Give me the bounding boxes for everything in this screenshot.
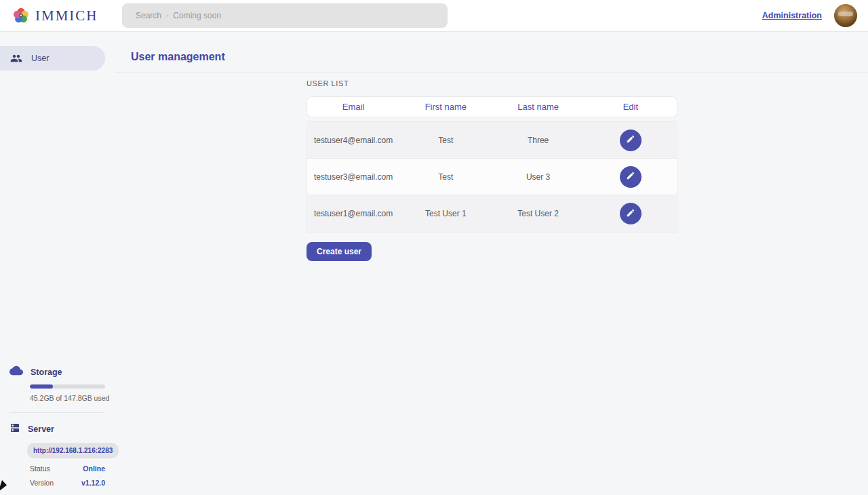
users-icon [10,52,22,64]
pencil-icon [626,134,635,146]
server-url-badge: http://192.168.1.216:2283 [27,443,119,458]
app-title: IMMICH [35,7,98,24]
table-row: testuser1@email.com Test User 1 Test Use… [307,195,677,232]
cell-email: testuser3@email.com [307,172,399,182]
table-row: testuser4@email.com Test Three [307,122,677,159]
create-user-button[interactable]: Create user [307,242,372,261]
cell-first-name: Test User 1 [399,209,492,218]
cloud-icon [9,365,23,378]
cell-last-name: Three [492,136,585,145]
cell-first-name: Test [399,172,492,182]
main-content: User management USER LIST Email First na… [115,32,868,495]
server-status-value: Online [83,464,105,473]
storage-progress-fill [30,384,53,389]
column-header-email: Email [307,102,399,112]
server-version-label: Version [30,479,54,487]
title-divider [115,72,868,73]
cell-email: testuser4@email.com [307,136,399,145]
user-table-header: Email First name Last name Edit [307,96,677,117]
table-row: testuser3@email.com Test User 3 [307,159,677,195]
pencil-icon [626,208,635,220]
server-icon [9,422,20,436]
column-header-first-name: First name [399,102,492,112]
column-header-last-name: Last name [492,102,585,112]
pencil-icon [626,171,635,182]
storage-progress-bar [30,384,105,389]
user-avatar[interactable] [834,4,857,27]
app-logo: IMMICH [12,7,98,24]
server-version-value: v1.12.0 [81,479,105,487]
edit-user-button[interactable] [620,166,642,188]
server-title: Server [28,424,54,434]
immich-flower-icon [12,7,30,24]
cell-last-name: Test User 2 [492,209,585,218]
search-input[interactable] [122,3,448,28]
page-title: User management [131,51,225,63]
cell-first-name: Test [399,136,492,145]
user-list-label: USER LIST [307,79,349,87]
sidebar-footer: Storage 45.2GB of 147.8GB used Server ht… [0,365,115,495]
sidebar-item-label: User [31,54,49,63]
server-status-label: Status [30,464,50,473]
sidebar-divider [9,412,105,413]
storage-title: Storage [31,368,62,377]
top-navbar: IMMICH Administration [0,0,868,32]
sidebar: User Storage 45.2GB of 147.8GB used Serv… [0,32,115,495]
storage-usage-text: 45.2GB of 147.8GB used [30,394,115,402]
cell-last-name: User 3 [492,172,585,182]
edit-user-button[interactable] [620,203,642,224]
cell-email: testuser1@email.com [307,209,399,218]
column-header-edit: Edit [585,102,677,112]
sidebar-item-user[interactable]: User [0,46,105,71]
edit-user-button[interactable] [620,130,642,151]
administration-link[interactable]: Administration [762,11,822,20]
user-table: testuser4@email.com Test Three testuser3… [307,121,677,233]
